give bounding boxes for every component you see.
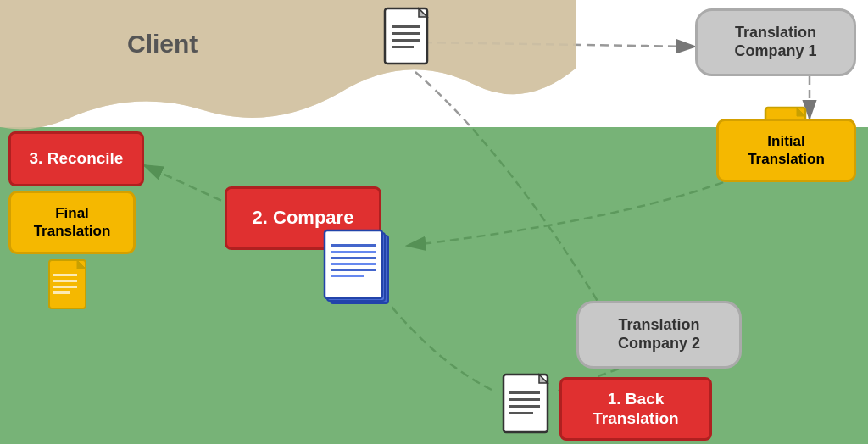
svg-rect-29 bbox=[331, 257, 376, 259]
svg-rect-38 bbox=[509, 412, 533, 414]
svg-rect-35 bbox=[509, 391, 540, 394]
initial-translation-box: Initial Translation bbox=[716, 119, 856, 182]
back-translation-doc bbox=[500, 373, 555, 440]
client-text: Client bbox=[127, 30, 198, 58]
svg-rect-21 bbox=[53, 280, 77, 282]
svg-rect-28 bbox=[331, 251, 376, 253]
final-translation-doc bbox=[47, 258, 91, 314]
svg-rect-20 bbox=[53, 274, 77, 276]
reconcile-box: 3. Reconcile bbox=[8, 131, 144, 186]
company2-box: Translation Company 2 bbox=[576, 301, 742, 369]
svg-rect-22 bbox=[53, 286, 77, 288]
company2-label: Translation Company 2 bbox=[618, 316, 700, 352]
svg-rect-27 bbox=[331, 244, 376, 247]
svg-rect-8 bbox=[392, 25, 420, 28]
svg-rect-10 bbox=[392, 39, 420, 42]
top-document-icon bbox=[381, 7, 434, 71]
back-translation-box: 1. Back Translation bbox=[559, 377, 712, 441]
diagram-canvas: Client Translation Company 1 Initial Tra… bbox=[0, 0, 868, 444]
back-translation-label: 1. Back Translation bbox=[593, 390, 678, 429]
svg-rect-31 bbox=[331, 269, 376, 271]
company1-box: Translation Company 1 bbox=[695, 8, 856, 76]
final-translation-box: Final Translation bbox=[8, 191, 136, 254]
svg-rect-37 bbox=[509, 405, 540, 408]
compare-label: 2. Compare bbox=[253, 207, 354, 229]
svg-rect-11 bbox=[392, 46, 414, 48]
client-label: Client bbox=[127, 30, 198, 58]
compare-document-stack bbox=[322, 229, 394, 313]
svg-rect-9 bbox=[392, 32, 420, 35]
svg-rect-32 bbox=[331, 275, 364, 277]
initial-translation-label: Initial Translation bbox=[748, 133, 825, 168]
final-translation-label: Final Translation bbox=[34, 205, 111, 240]
reconcile-label: 3. Reconcile bbox=[30, 149, 124, 169]
company1-label: Translation Company 1 bbox=[734, 24, 816, 60]
svg-rect-36 bbox=[509, 398, 540, 401]
svg-rect-30 bbox=[331, 263, 376, 265]
svg-rect-23 bbox=[53, 291, 70, 294]
